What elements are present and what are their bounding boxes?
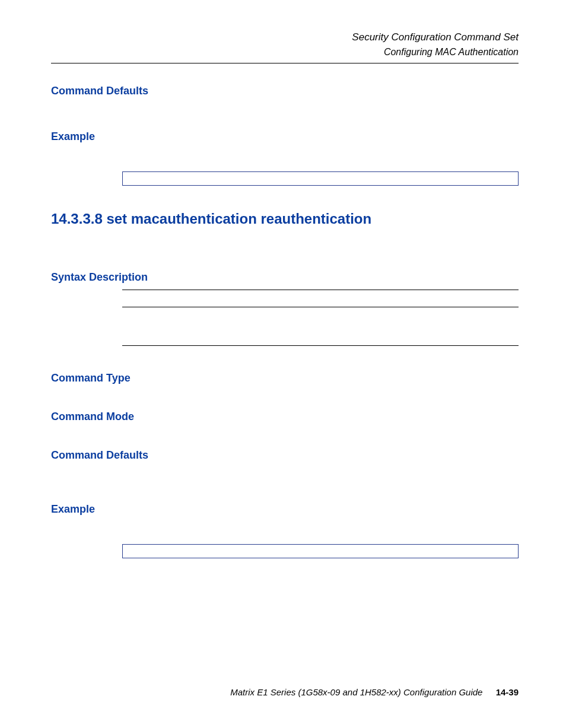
example-code-box [122,171,519,186]
heading-syntax-description: Syntax Description [51,271,519,284]
syntax-table [122,290,519,346]
syntax-table-row [122,307,519,346]
header-chapter-title: Security Configuration Command Set [51,30,519,45]
footer-guide-title: Matrix E1 Series (1G58x-09 and 1H582-xx)… [230,687,482,697]
header-section-title: Configuring MAC Authentication [51,45,519,59]
header-rule [51,63,519,63]
heading-section-number: 14.3.3.8 set macauthentication reauthent… [51,211,519,227]
syntax-table-row [122,290,519,307]
document-page: Security Configuration Command Set Confi… [0,0,566,728]
heading-command-defaults-2: Command Defaults [51,449,519,462]
heading-example: Example [51,131,519,143]
heading-command-mode: Command Mode [51,411,519,423]
heading-example-2: Example [51,503,519,516]
heading-command-defaults: Command Defaults [51,85,519,97]
heading-command-type: Command Type [51,372,519,384]
footer-page-number: 14-39 [496,687,519,697]
example-code-box-2 [122,544,519,558]
page-header: Security Configuration Command Set Confi… [51,30,519,59]
page-footer: Matrix E1 Series (1G58x-09 and 1H582-xx)… [51,687,519,697]
